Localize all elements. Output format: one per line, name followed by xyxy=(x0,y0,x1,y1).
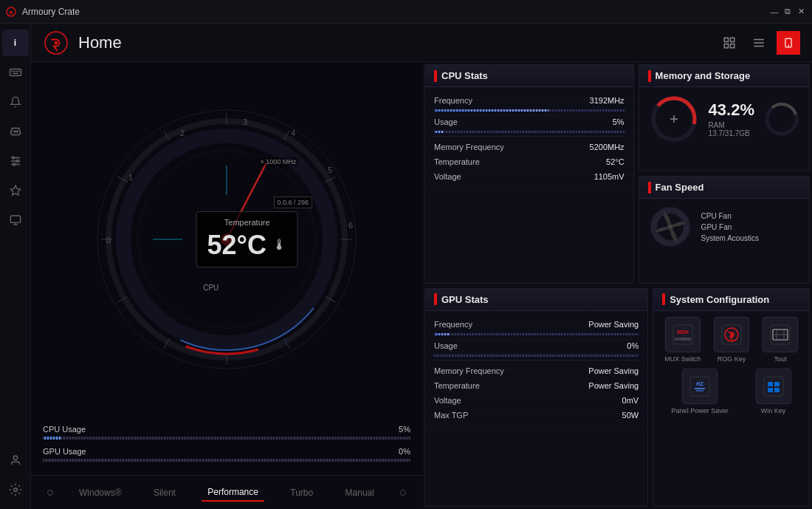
win-key-label: Win Key xyxy=(761,407,786,414)
gpu-freq-bar xyxy=(434,333,639,335)
mobile-view-button[interactable] xyxy=(777,31,800,55)
cpu-usage-stat-value: 5% xyxy=(613,117,625,126)
svg-text:6: 6 xyxy=(348,221,353,230)
cpu-usage-stat-row: Usage 5% xyxy=(434,115,625,129)
gpu-memfreq-row: Memory Frequency Power Saving xyxy=(434,363,639,378)
gpu-usage-header: GPU Usage 0% xyxy=(43,447,410,456)
svg-text:3: 3 xyxy=(243,117,247,126)
sidebar-item-notification[interactable] xyxy=(2,89,29,115)
svg-text:0: 0 xyxy=(106,236,111,245)
sidebar-item-tools[interactable] xyxy=(2,148,29,174)
win-key-item[interactable]: Win Key xyxy=(756,369,791,414)
tab-windows[interactable]: Windows® xyxy=(73,485,128,501)
close-button[interactable]: ✕ xyxy=(796,7,806,17)
fan-header-accent xyxy=(648,182,651,194)
fan-circle-svg xyxy=(648,205,692,249)
fan-panel-header: Fan Speed xyxy=(639,177,809,199)
svg-rect-2 xyxy=(10,69,21,76)
gpu-usage-label: GPU Usage xyxy=(43,447,86,456)
cpu-panel-body: Frequency 3192MHz Usage 5% xyxy=(425,87,633,190)
sidebar: i xyxy=(0,24,31,509)
config-icons-row-2: HZ Panel Power Saver xyxy=(662,369,800,414)
svg-rect-90 xyxy=(764,377,783,396)
memory-storage-panel: Memory and Storage xyxy=(639,64,810,171)
rog-key-label: ROG Key xyxy=(718,355,746,363)
svg-text:1: 1 xyxy=(128,173,133,182)
cpu-bar-dots xyxy=(43,437,410,440)
header-actions xyxy=(718,31,800,55)
cpu-voltage-row: Voltage 1105mV xyxy=(434,169,625,184)
gpu-freq-value: Power Saving xyxy=(588,320,639,329)
ram-amount: 13.7/31.7GB xyxy=(709,129,754,137)
tab-performance[interactable]: Performance xyxy=(202,484,264,502)
temp-label: Temperature xyxy=(207,218,286,227)
sidebar-item-user[interactable] xyxy=(2,447,29,474)
tout-label: Tout xyxy=(774,355,787,363)
list-view-button[interactable] xyxy=(747,31,771,55)
usage-section: CPU Usage 5% GPU Usage 0% xyxy=(31,416,422,475)
gpu-panel-body: Frequency Power Saving Usage 0% xyxy=(425,311,647,428)
gpu-memfreq-label: Memory Frequency xyxy=(434,366,504,375)
svg-text:5: 5 xyxy=(328,165,332,174)
tab-silent[interactable]: Silent xyxy=(148,485,182,501)
svg-point-74 xyxy=(669,225,672,228)
gpu-usage-row: Usage 0% xyxy=(434,338,639,353)
gauge-circle-container: 0 1 2 3 4 5 6 Tem xyxy=(31,62,422,416)
sidebar-item-keyboard[interactable] xyxy=(2,59,29,86)
svg-point-22 xyxy=(13,456,17,460)
cpu-freq-bar xyxy=(434,109,625,112)
cpu-usage-row: CPU Usage 5% xyxy=(43,425,410,440)
gpu-temp-row: Temperature Power Saving xyxy=(434,378,639,393)
cpu-memfreq-value: 5200MHz xyxy=(590,143,625,151)
panel-power-item[interactable]: HZ Panel Power Saver xyxy=(672,369,729,414)
cpu-usage-stat-label: Usage xyxy=(434,117,458,126)
gpu-temp-value: Power Saving xyxy=(588,381,639,390)
tout-item[interactable]: Tout xyxy=(763,317,798,363)
cpu-temp-label: Temperature xyxy=(434,157,480,166)
memory-info: 43.2% RAM 13.7/31.7GB xyxy=(709,100,754,137)
fan-svg xyxy=(648,205,692,249)
mux-switch-item[interactable]: MSH HYBRID MUX Switch xyxy=(664,317,701,363)
sidebar-item-gamepad[interactable] xyxy=(2,118,29,145)
mode-scroll-right[interactable] xyxy=(400,490,406,496)
ram-label: RAM xyxy=(709,121,754,129)
rog-key-item[interactable]: ROG Key xyxy=(714,317,749,363)
cpu-memfreq-row: Memory Frequency 5200MHz xyxy=(434,140,625,154)
maximize-button[interactable]: ⧉ xyxy=(782,7,793,17)
gpu-usage-label: Usage xyxy=(434,341,458,350)
sidebar-item-badge[interactable] xyxy=(2,177,29,204)
sidebar-item-info[interactable]: i xyxy=(2,30,29,56)
grid-view-button[interactable] xyxy=(718,31,741,55)
gpu-voltage-label: Voltage xyxy=(434,396,461,405)
sidebar-item-settings[interactable] xyxy=(2,476,29,503)
svg-rect-19 xyxy=(10,216,20,222)
right-panel: CPU Stats Frequency 3192MHz xyxy=(422,62,812,509)
ram-gauge xyxy=(648,93,700,145)
svg-point-11 xyxy=(16,131,18,132)
svg-rect-75 xyxy=(673,325,692,344)
cpu-circle-label: CPU xyxy=(203,284,219,292)
gpu-bar-dots xyxy=(43,459,410,462)
gpu-panel-title: GPU Stats xyxy=(441,294,489,305)
svg-text:R: R xyxy=(9,10,13,15)
right-col-top: Memory and Storage xyxy=(636,62,812,286)
memory-panel-header: Memory and Storage xyxy=(639,65,809,87)
separator-1 xyxy=(434,136,625,137)
cpu-temp-value: 52°C xyxy=(606,157,625,166)
sidebar-bottom xyxy=(2,447,29,503)
mode-scroll-left[interactable] xyxy=(47,490,53,496)
tab-turbo[interactable]: Turbo xyxy=(284,485,319,501)
svg-point-80 xyxy=(730,333,733,336)
svg-text:2: 2 xyxy=(180,129,185,137)
minimize-button[interactable]: — xyxy=(769,7,780,17)
sidebar-item-monitor[interactable] xyxy=(2,207,29,233)
gpu-header-accent xyxy=(434,293,437,305)
ram-gauge-svg xyxy=(648,93,700,145)
memory-panel-body: 43.2% RAM 13.7/31.7GB xyxy=(639,87,809,151)
tab-manual[interactable]: Manual xyxy=(340,485,380,501)
header: Home xyxy=(31,24,812,62)
gpu-usage-bar xyxy=(434,355,639,357)
gpu-usage-value: 0% xyxy=(627,341,639,350)
svg-rect-93 xyxy=(768,388,773,392)
app-container: i xyxy=(0,24,812,509)
